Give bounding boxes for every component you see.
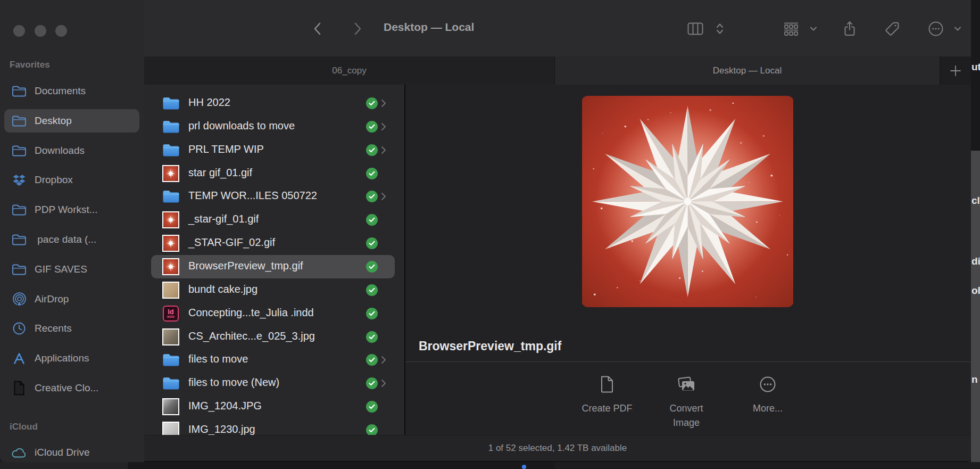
disclosure-chevron-icon [381,192,387,201]
file-row-browserpreview-tmp-gif[interactable]: BrowserPreview_tmp.gif [144,255,404,278]
zoom-button[interactable] [55,25,67,37]
sidebar-item-downloads[interactable]: Downloads [4,139,139,162]
file-row-prl-temp-wip[interactable]: PRL TEMP WIP [144,138,404,162]
group-menu-chevron[interactable] [803,18,824,39]
file-row-star-gif-01-gif[interactable]: _star-gif_01.gif [144,208,404,232]
file-row-img-1204-jpg[interactable]: IMG_1204.JPG [144,395,404,418]
file-name: prl downloads to move [188,120,295,132]
forward-button[interactable] [347,18,368,39]
doc-icon [600,372,614,397]
sidebar-item-label: Applications [35,352,89,364]
sidebar-item-label: GIF SAVES [35,264,87,275]
photo-thumbnail-icon [162,422,179,435]
file-list: HH 2022prl downloads to movePRL TEMP WIP… [144,85,404,435]
tag-icon [885,21,900,36]
file-name: files to move (New) [188,376,279,389]
folder-outline-icon [11,203,28,217]
file-row-files-to-move[interactable]: files to move [144,348,404,372]
sidebar-item-creative-clo[interactable]: Creative Clo... [4,376,139,400]
disclosure-chevron-icon [381,99,387,108]
background-bottom-strip [555,462,980,469]
new-tab-button[interactable] [940,56,971,85]
action-label: Create PDF [582,401,632,416]
indesign-file-icon: IdINDD [163,306,179,322]
sidebar-item-pdp-workst[interactable]: PDP Workst... [4,198,139,221]
file-name: _star-gif_01.gif [188,213,259,225]
sidebar-item-label: pace data (... [35,234,96,245]
file-row-temp-wor-iles-050722[interactable]: TEMP WOR...ILES 050722 [144,185,404,208]
folder-outline-icon [11,84,28,98]
airdrop-icon [11,292,28,306]
sidebar-item-applications[interactable]: Applications [4,347,139,370]
gif-thumbnail-icon [162,211,179,228]
sidebar-item-documents[interactable]: Documents [4,79,139,103]
toolbar: Desktop — Local [144,0,971,56]
file-name: _STAR-GIF_02.gif [188,236,275,249]
chevron-right-icon [351,21,364,37]
chevron-down-icon [810,26,817,31]
sidebar-item-dropbox[interactable]: Dropbox [4,168,139,192]
sidebar-item-label: Documents [35,85,86,97]
tag-button[interactable] [882,18,903,39]
action-convert-image[interactable]: ConvertImage [644,372,729,430]
more-actions-chevron[interactable] [947,18,968,39]
status-bar: 1 of 52 selected, 1.42 TB available [144,435,971,462]
background-artifact-dot [522,465,526,469]
file-row-hh-2022[interactable]: HH 2022 [144,92,404,115]
sidebar-item-icloud-drive[interactable]: iCloud Drive [4,441,139,462]
folder-outline-icon [11,144,28,158]
sync-check-badge [366,401,378,413]
back-button[interactable] [307,18,328,39]
sidebar-item-recents[interactable]: Recents [4,317,139,340]
disclosure-chevron-icon [381,122,387,131]
tab-desktop-local[interactable]: Desktop — Local [555,56,940,85]
file-name: TEMP WOR...ILES 050722 [188,190,317,202]
sync-check-badge [366,121,378,133]
sidebar-item-label: Downloads [35,145,85,157]
gif-thumbnail-icon [162,165,179,182]
sort-chevrons-icon [716,22,724,36]
file-row-star-gif-02-gif[interactable]: _STAR-GIF_02.gif [144,232,404,255]
file-row-concepting-te-julia-indd[interactable]: IdINDDConcepting...te_Julia .indd [144,302,404,325]
folder-icon [162,376,179,391]
share-icon [843,21,856,37]
file-row-prl-downloads-to-move[interactable]: prl downloads to move [144,115,404,138]
sync-check-badge [366,168,378,179]
action-label: ConvertImage [669,401,703,430]
group-button[interactable] [780,18,802,39]
file-name: files to move [188,353,248,365]
file-row-star-gif-01-gif[interactable]: star gif_01.gif [144,162,404,185]
divider [405,361,971,362]
background-text-fragment: ut [971,61,980,73]
action-more[interactable]: More... [725,372,810,416]
sync-check-badge [366,214,378,226]
view-columns-button[interactable] [685,18,706,39]
sidebar-item-airdrop[interactable]: AirDrop [4,287,139,311]
sidebar-item-desktop[interactable]: Desktop [4,109,139,133]
file-row-img-1230-jpg[interactable]: IMG_1230.jpg [144,418,404,435]
sidebar-item-pace-data[interactable]: pace data (... [4,228,139,251]
sort-toggle-button[interactable] [709,18,730,39]
sync-check-badge [366,97,378,109]
action-create-pdf[interactable]: Create PDF [564,372,650,416]
minimize-button[interactable] [35,25,46,37]
file-row-files-to-move-new[interactable]: files to move (New) [144,372,404,395]
file-row-bundt-cake-jpg[interactable]: bundt cake.jpg [144,278,404,302]
tab-bar: 06_copy Desktop — Local [144,56,971,85]
share-button[interactable] [839,18,860,39]
folder-icon [162,96,179,111]
file-row-cs-architec-e-025-3-jpg[interactable]: CS_Architec...e_025_3.jpg [144,325,404,349]
sidebar-item-label: iCloud Drive [35,447,89,458]
ellipsis-circle-icon [928,21,944,37]
sidebar-item-gif-saves[interactable]: GIF SAVES [4,258,139,281]
background-text-fragment: cl [971,195,980,207]
more-actions-button[interactable] [925,18,946,39]
chevron-down-icon [954,26,961,31]
folder-icon [162,120,179,134]
file-name: bundt cake.jpg [188,283,258,295]
sync-check-badge [366,284,378,296]
close-button[interactable] [13,25,25,37]
plus-icon [949,64,962,77]
tab-06-copy[interactable]: 06_copy [144,56,555,85]
sidebar-item-label: Recents [35,323,72,334]
